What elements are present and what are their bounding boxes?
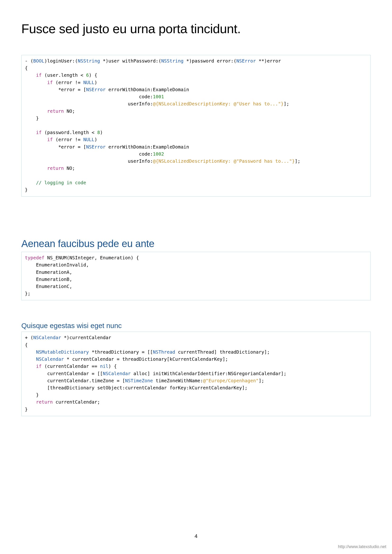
footer-url: http://www.latexstudio.net <box>338 544 386 549</box>
page-number: 4 <box>0 533 392 539</box>
subsection-heading: Quisque egestas wisi eget nunc <box>21 322 371 330</box>
page-title: Fusce sed justo eu urna porta tincidunt. <box>21 21 371 36</box>
spacer <box>21 300 371 322</box>
spacer <box>21 197 371 238</box>
code-block-calendar: + (NSCalendar *)currentCalendar { NSMuta… <box>21 332 371 416</box>
document-page: Fusce sed justo eu urna porta tincidunt.… <box>0 0 392 554</box>
code-block-login: - (BOOL)loginUser:(NSString *)user withP… <box>21 55 371 197</box>
section-heading: Aenean faucibus pede eu ante <box>21 238 371 249</box>
code-block-enum: typedef NS_ENUM(NSInteger, Enumeration) … <box>21 252 371 300</box>
